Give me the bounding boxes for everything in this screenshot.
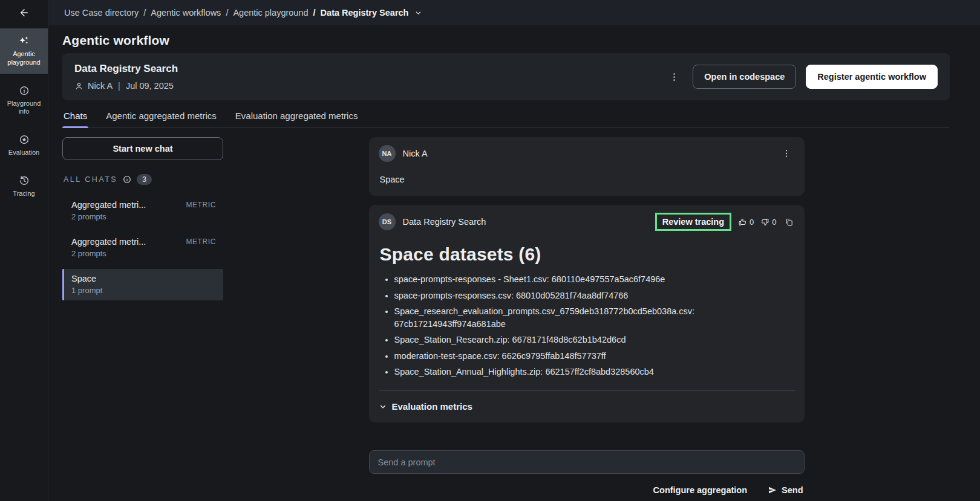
dataset-list-item: space-prompts-responses.csv: 68010d05281…: [394, 289, 795, 302]
open-in-codespace-button[interactable]: Open in codespace: [693, 65, 796, 89]
chat-item-title: Aggregated metri...: [71, 200, 146, 210]
chat-item-title: Aggregated metri...: [71, 237, 146, 247]
dataset-list-item: moderation-test-space.csv: 6626c9795ffab…: [394, 350, 795, 363]
send-icon: [768, 485, 777, 495]
page-title: Agentic workflow: [62, 33, 950, 48]
assistant-message-name: Data Registry Search: [403, 217, 486, 227]
sidebar-item-tracing[interactable]: Tracing: [0, 169, 48, 205]
info-icon[interactable]: [123, 175, 131, 184]
start-new-chat-button[interactable]: Start new chat: [62, 137, 223, 160]
chevron-down-icon[interactable]: [414, 9, 422, 17]
avatar: DS: [379, 213, 396, 230]
topbar: Use Case directory / Agentic workflows /…: [0, 0, 980, 25]
chat-item-tag: METRIC: [186, 238, 216, 246]
thumbs-down-icon: [760, 218, 769, 227]
breadcrumb-current[interactable]: Data Registry Search: [321, 8, 409, 18]
chat-list-item[interactable]: Aggregated metri... METRIC 2 prompts: [62, 232, 223, 263]
assistant-message-card: DS Data Registry Search Review tracing 0: [369, 205, 805, 422]
workflow-title: Data Registry Search: [74, 63, 178, 75]
sidebar-item-evaluation[interactable]: Evaluation: [0, 128, 48, 164]
send-button[interactable]: Send: [766, 483, 804, 497]
chat-item-title: Space: [71, 274, 96, 283]
chevron-down-icon: [379, 402, 387, 411]
copy-button[interactable]: [783, 216, 795, 228]
breadcrumb-item[interactable]: Agentic workflows: [151, 8, 221, 18]
dataset-list-item: Space_Station_Annual_Highlights.zip: 662…: [394, 366, 795, 378]
star-circle-icon: [19, 134, 30, 145]
upvote-count: 0: [750, 218, 754, 227]
thumbs-up-button[interactable]: 0: [738, 218, 754, 227]
chat-item-subtitle: 2 prompts: [71, 249, 216, 258]
configure-aggregation-button[interactable]: Configure aggregation: [652, 483, 748, 497]
chat-list-panel: Start new chat ALL CHATS 3 Aggregated me…: [62, 137, 223, 501]
dataset-list-item: Space_research_evaluation_prompts.csv_67…: [394, 305, 795, 330]
chat-list-header: ALL CHATS 3: [62, 174, 223, 185]
dataset-list-item: Space_Station_Research.zip: 6678171f48d8…: [394, 334, 795, 346]
evaluation-metrics-label: Evaluation metrics: [392, 401, 472, 412]
message-kebab-menu-icon[interactable]: [778, 146, 795, 161]
info-icon: [19, 85, 30, 96]
prompt-input[interactable]: [369, 450, 805, 474]
chat-thread: NA Nick A Space DS Data: [369, 137, 805, 501]
sidebar-item-label: Agentic playground: [2, 50, 46, 67]
downvote-count: 0: [772, 218, 776, 227]
tab-chats[interactable]: Chats: [62, 107, 88, 128]
main-content: Agentic workflow Data Registry Search Ni…: [48, 25, 980, 501]
sidebar-item-playground-info[interactable]: Playground info: [0, 79, 48, 123]
copy-icon: [785, 218, 794, 227]
divider: [379, 390, 795, 391]
dataset-list-item: space-prompts-responses - Sheet1.csv: 68…: [394, 273, 795, 286]
chat-item-subtitle: 1 prompt: [71, 286, 216, 295]
sidebar: Agentic playground Playground info Evalu…: [0, 25, 48, 501]
review-tracing-button[interactable]: Review tracing: [655, 213, 731, 231]
workflow-meta: Nick A | Jul 09, 2025: [74, 81, 178, 91]
breadcrumb: Use Case directory / Agentic workflows /…: [48, 0, 422, 25]
breadcrumb-separator: /: [143, 8, 146, 18]
chat-item-tag: METRIC: [186, 201, 216, 209]
sidebar-item-agentic-playground[interactable]: Agentic playground: [0, 28, 48, 74]
sidebar-item-label: Evaluation: [8, 149, 39, 157]
dataset-list: space-prompts-responses - Sheet1.csv: 68…: [379, 273, 795, 378]
chat-item-subtitle: 2 prompts: [71, 212, 216, 221]
workflow-kebab-menu-icon[interactable]: [665, 69, 683, 85]
person-icon: [74, 82, 83, 91]
workflow-date: Jul 09, 2025: [126, 81, 174, 91]
all-chats-label: ALL CHATS: [64, 175, 117, 184]
chat-list-item-selected[interactable]: Space 1 prompt: [62, 269, 223, 300]
thumbs-up-icon: [738, 218, 747, 227]
workflow-author: Nick A: [88, 81, 113, 91]
tab-agentic-aggregated-metrics[interactable]: Agentic aggregated metrics: [105, 107, 218, 128]
sparkles-icon: [18, 35, 30, 47]
evaluation-metrics-toggle[interactable]: Evaluation metrics: [379, 400, 472, 415]
assistant-heading: Space datasets (6): [380, 244, 795, 265]
avatar: NA: [379, 145, 396, 162]
breadcrumb-separator: /: [226, 8, 228, 18]
back-button[interactable]: [0, 0, 48, 25]
composer: Configure aggregation Send: [369, 450, 805, 497]
workflow-card: Data Registry Search Nick A | Jul 09, 20…: [62, 53, 950, 100]
tab-bar: Chats Agentic aggregated metrics Evaluat…: [62, 107, 950, 128]
user-message-card: NA Nick A Space: [369, 137, 805, 196]
breadcrumb-item[interactable]: Use Case directory: [64, 8, 139, 18]
chat-list-item[interactable]: Aggregated metri... METRIC 2 prompts: [62, 195, 223, 227]
user-message-name: Nick A: [403, 149, 428, 158]
breadcrumb-item[interactable]: Agentic playground: [233, 8, 308, 18]
history-icon: [19, 175, 30, 186]
register-agentic-workflow-button[interactable]: Register agentic workflow: [806, 65, 938, 89]
breadcrumb-separator: /: [313, 8, 316, 18]
back-arrow-icon: [19, 7, 30, 18]
send-label: Send: [782, 485, 803, 495]
sidebar-item-label: Tracing: [13, 190, 34, 198]
user-message-text: Space: [380, 175, 795, 184]
sidebar-item-label: Playground info: [2, 100, 46, 117]
tab-evaluation-aggregated-metrics[interactable]: Evaluation aggregated metrics: [234, 107, 359, 128]
thumbs-down-button[interactable]: 0: [760, 218, 776, 227]
meta-separator: |: [117, 81, 122, 91]
chat-count-badge: 3: [137, 174, 152, 185]
